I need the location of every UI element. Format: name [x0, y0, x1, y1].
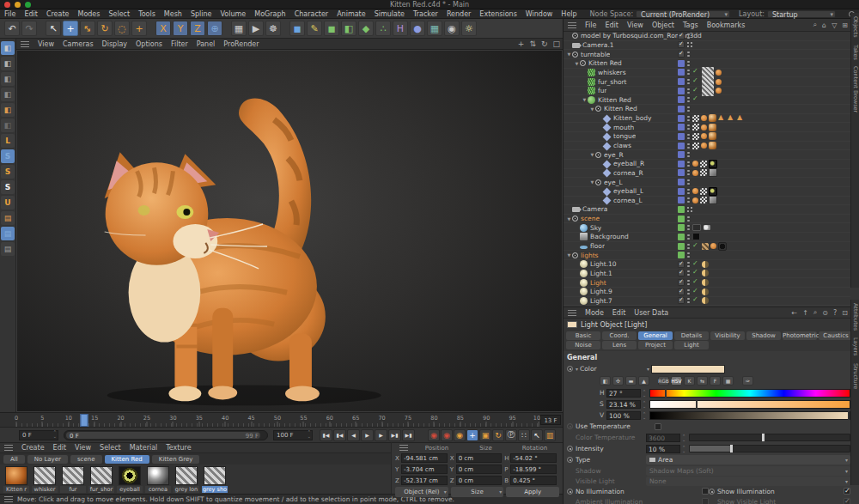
hsv-icon[interactable]: HSV [671, 376, 682, 386]
v-value-input[interactable]: 100 % [606, 411, 641, 420]
material-menu-view[interactable]: View [75, 444, 91, 452]
s-value-input[interactable]: 23.14 % [606, 400, 641, 409]
phong-tag[interactable] [709, 114, 716, 122]
record-options-icon[interactable]: ◉ [441, 429, 453, 441]
odot-tag[interactable] [716, 88, 722, 94]
coord-input-rotation-p[interactable]: -18.599 ° [510, 465, 557, 474]
material-thumbnail[interactable] [147, 466, 169, 485]
dots-tag[interactable] [686, 197, 691, 203]
tree-item-eyeball-l[interactable]: eyeball_L [564, 187, 850, 197]
coordinates-menu-icon[interactable] [399, 445, 408, 451]
expand-icon[interactable]: ▼ [566, 216, 572, 222]
color-anim-dot[interactable] [567, 366, 573, 372]
keyframe-selection-icon[interactable]: ↖ [531, 429, 543, 441]
rgb-icon[interactable]: RGB [658, 376, 669, 386]
lock-y-icon[interactable]: Y [173, 21, 188, 36]
material-thumbnail[interactable] [62, 466, 84, 485]
tick-tag[interactable] [692, 96, 700, 103]
menu-create[interactable]: Create [46, 10, 70, 18]
side-tab-structure[interactable]: Structure [852, 363, 859, 389]
tab-visibility[interactable]: Visibility [710, 331, 745, 340]
menu-character[interactable]: Character [295, 10, 329, 18]
material-kitten-r[interactable]: Kitten r [3, 466, 29, 494]
om-add-icon[interactable]: ⊞ [842, 21, 848, 29]
tree-item-light-10[interactable]: Light.10 [564, 260, 850, 270]
side-tab-takes[interactable]: Takes [852, 45, 859, 60]
type-dropdown[interactable]: Area [646, 455, 850, 465]
om-home-icon[interactable]: ⌂ [822, 21, 826, 29]
key-point-level-icon[interactable]: ∷ [518, 429, 530, 441]
odot-tag[interactable] [701, 115, 707, 121]
viewport-menu-prorender[interactable]: ProRender [223, 40, 259, 48]
blue-tag[interactable] [678, 151, 685, 158]
dots-tag[interactable] [686, 252, 691, 258]
dots-tag[interactable] [686, 88, 691, 94]
viewport-menu-view[interactable]: View [38, 40, 54, 48]
viewport-solo-s3-icon[interactable]: S [1, 180, 15, 194]
lighttag-tag[interactable] [702, 279, 709, 286]
tab-light[interactable]: Light [674, 341, 709, 349]
tick-tag[interactable] [692, 243, 700, 250]
layer-tab-all[interactable]: All [3, 455, 25, 464]
workplane-c-icon[interactable]: ▤ [1, 242, 15, 256]
side-tab-layers[interactable]: Layers [852, 337, 859, 356]
blue-tag[interactable] [678, 169, 685, 176]
phong-tag[interactable] [709, 132, 716, 140]
skytex-tag[interactable] [703, 224, 711, 231]
material-menu-material[interactable]: Material [130, 444, 158, 452]
odot-tag[interactable] [692, 161, 698, 167]
h-value-input[interactable]: 27 ° [606, 389, 641, 398]
green-tag[interactable] [678, 234, 685, 240]
add-cube-icon[interactable]: ◼ [289, 21, 305, 36]
attr-panel-icon[interactable]: ⊡ [842, 309, 848, 317]
material-thumbnail[interactable] [204, 466, 226, 485]
viewport-menu-icon[interactable] [21, 41, 29, 47]
dots-tag[interactable] [686, 33, 691, 39]
viewport-menu-options[interactable]: Options [136, 40, 162, 48]
dots-tag[interactable] [686, 96, 691, 103]
goto-prev-key-button[interactable]: ▮◀ [333, 429, 346, 441]
v-gradient-slider[interactable] [649, 411, 850, 420]
current-frame-box[interactable]: 13 F [540, 415, 561, 425]
odot-tag[interactable] [701, 143, 707, 149]
expand-icon[interactable]: ▼ [566, 52, 572, 57]
tree-item-sky[interactable]: Sky [564, 223, 850, 233]
tick-tag[interactable] [692, 261, 700, 268]
object-manager-menu-icon[interactable] [568, 22, 576, 28]
dots-tag[interactable] [686, 188, 691, 195]
material-menu-create[interactable]: Create [21, 444, 45, 452]
points-mode-icon[interactable]: ◧ [1, 103, 15, 117]
checker-tag[interactable] [692, 133, 699, 140]
check-tag[interactable] [678, 51, 685, 58]
tick-tag[interactable] [692, 279, 700, 286]
checker-tag[interactable] [700, 188, 707, 195]
om-menu-file[interactable]: File [585, 21, 596, 29]
tree-item-kitten-body[interactable]: Kitten_body [564, 114, 850, 124]
tree-item-light-9[interactable]: Light.9 [564, 288, 850, 297]
render-to-picture-viewer-icon[interactable]: ▶ [248, 21, 264, 36]
attr-menu-edit[interactable]: Edit [612, 309, 626, 317]
odot-tag[interactable] [701, 124, 707, 131]
expand-icon[interactable]: ▼ [589, 179, 595, 185]
rotate-view-icon[interactable]: ↻ [541, 39, 548, 48]
add-spline-pen-icon[interactable]: ✎ [307, 21, 322, 36]
material-menu-select[interactable]: Select [100, 444, 121, 452]
coord-system-icon[interactable]: ⊕ [207, 21, 222, 36]
add-subdivision-surface-icon[interactable]: ◼ [324, 21, 339, 36]
attr-search-icon[interactable]: ⌕ [813, 308, 817, 317]
no-illumination-anim-dot[interactable] [567, 489, 573, 495]
texture-mode-icon[interactable]: ◧ [1, 72, 15, 86]
last-tool-icon[interactable]: ◌ [114, 21, 130, 36]
tick-tag[interactable] [692, 88, 700, 94]
tree-item-tongue[interactable]: tongue [564, 132, 850, 142]
tree-item-mouth[interactable]: mouth [564, 123, 850, 132]
dots-tag[interactable] [686, 261, 691, 268]
preview-range-slider[interactable]: 0 F 99 F [64, 430, 268, 440]
material-menu-icon[interactable] [4, 445, 13, 451]
rotate-icon[interactable]: ↻ [97, 21, 113, 36]
dots-tag[interactable] [686, 78, 691, 85]
live-selection-icon[interactable]: ↖ [46, 21, 61, 36]
checker-tag[interactable] [692, 124, 699, 131]
tree-item-camera-1[interactable]: Camera.1 [564, 41, 850, 51]
tree-item-light-7[interactable]: Light.7 [564, 297, 850, 307]
